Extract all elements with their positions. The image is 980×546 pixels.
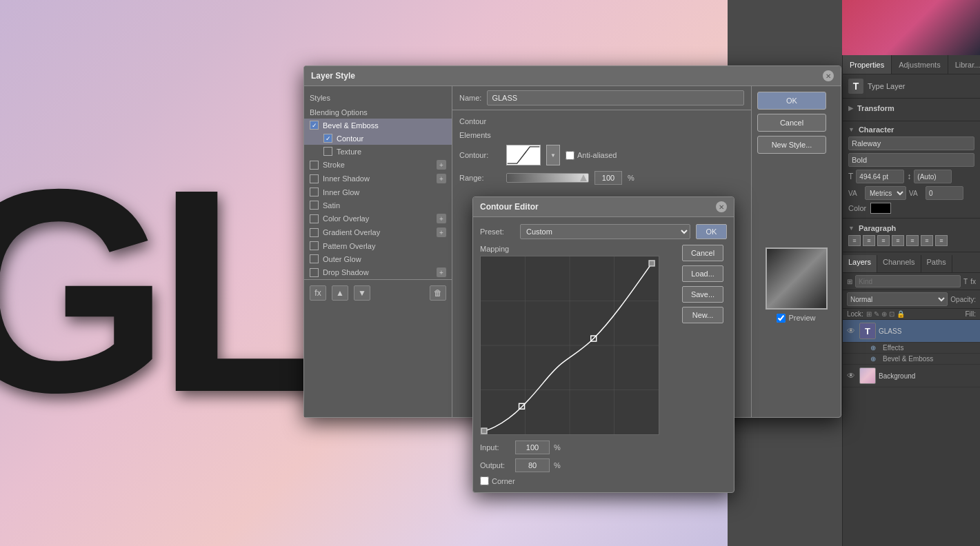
load-btn[interactable]: Load... (682, 265, 723, 282)
lock-artboard-icon[interactable]: ⊡ (889, 310, 894, 318)
lock-all-icon[interactable]: 🔒 (897, 310, 905, 318)
inner-shadow-item[interactable]: Inner Shadow + (304, 172, 452, 185)
corner-row: Corner (480, 476, 677, 485)
transform-section: ▶ Transform (843, 99, 980, 121)
satin-checkbox[interactable] (310, 201, 319, 210)
layers-tab[interactable]: Layers (843, 255, 877, 272)
move-up-btn[interactable]: ▲ (332, 285, 348, 301)
glass-layer-name: GLASS (879, 327, 976, 335)
texture-checkbox[interactable] (323, 147, 332, 156)
color-swatch[interactable] (870, 203, 891, 214)
inner-shadow-checkbox[interactable] (310, 174, 319, 183)
anti-alias-row: Anti-aliased (566, 151, 617, 160)
outer-glow-checkbox[interactable] (310, 254, 319, 263)
output-value-field[interactable] (515, 458, 550, 472)
inner-glow-item[interactable]: Inner Glow (304, 185, 452, 199)
justify-right-btn[interactable]: ≡ (921, 235, 933, 246)
outer-glow-item[interactable]: Outer Glow (304, 252, 452, 265)
preset-select[interactable]: Custom (520, 224, 690, 239)
pattern-overlay-item[interactable]: Pattern Overlay (304, 239, 452, 252)
background-layer-item[interactable]: 👁 Background (843, 365, 980, 387)
contour-sub-item[interactable]: ✓ Contour (304, 132, 452, 145)
tracking-input[interactable] (926, 186, 963, 200)
background-layer-visibility-icon[interactable]: 👁 (847, 371, 857, 381)
delete-style-btn[interactable]: 🗑 (430, 285, 446, 301)
gradient-overlay-checkbox[interactable] (310, 228, 319, 237)
drop-shadow-plus-btn[interactable]: + (437, 267, 446, 277)
drop-shadow-item[interactable]: Drop Shadow + (304, 265, 452, 279)
texture-sub-item[interactable]: Texture (304, 145, 452, 158)
preview-checkbox[interactable] (777, 314, 786, 323)
blend-mode-select[interactable]: Normal (847, 292, 948, 306)
bevel-emboss-item[interactable]: ✓ Bevel & Emboss (304, 119, 452, 132)
font-name-input[interactable] (848, 136, 974, 150)
preview-label: Preview (788, 314, 815, 322)
justify-center-btn[interactable]: ≡ (906, 235, 919, 246)
layers-search-input[interactable] (855, 275, 961, 287)
inner-shadow-plus-btn[interactable]: + (437, 174, 446, 183)
glass-layer-item[interactable]: 👁 T GLASS (843, 320, 980, 343)
tab-library[interactable]: Librar... (948, 55, 980, 74)
bevel-effect-visibility-icon[interactable]: ⊕ (870, 355, 880, 363)
range-slider[interactable] (506, 173, 589, 183)
color-overlay-checkbox[interactable] (310, 214, 319, 223)
save-btn[interactable]: Save... (682, 286, 723, 303)
paths-tab[interactable]: Paths (921, 255, 952, 272)
drop-shadow-checkbox[interactable] (310, 268, 319, 277)
metrics-select[interactable]: Metrics (865, 186, 906, 200)
new-btn[interactable]: New... (682, 307, 723, 323)
paragraph-header[interactable]: ▼ Paragraph (848, 224, 974, 232)
contour-preview-btn[interactable] (506, 145, 541, 165)
align-left-btn[interactable]: ≡ (848, 235, 861, 246)
new-style-button[interactable]: New Style... (757, 136, 826, 154)
channels-tab[interactable]: Channels (877, 255, 921, 272)
anti-alias-checkbox[interactable] (566, 151, 574, 160)
gradient-overlay-plus-btn[interactable]: + (437, 228, 446, 237)
gradient-overlay-item[interactable]: Gradient Overlay + (304, 225, 452, 239)
transform-header[interactable]: ▶ Transform (848, 104, 974, 112)
contour-dropdown-btn[interactable]: ▼ (546, 145, 560, 165)
leading-input[interactable] (914, 170, 952, 183)
search-fx-icon: fx (970, 278, 976, 285)
satin-item[interactable]: Satin (304, 199, 452, 212)
justify-left-btn[interactable]: ≡ (892, 235, 904, 246)
color-overlay-plus-btn[interactable]: + (437, 214, 446, 223)
font-weight-input[interactable] (848, 153, 974, 167)
color-overlay-item[interactable]: Color Overlay + (304, 212, 452, 225)
font-size-input[interactable] (856, 170, 904, 183)
stroke-checkbox[interactable] (310, 161, 319, 170)
tab-properties[interactable]: Properties (843, 55, 892, 74)
lock-transparent-icon[interactable]: ⊞ (866, 310, 872, 318)
range-value-input[interactable] (594, 171, 622, 185)
move-down-btn[interactable]: ▼ (354, 285, 370, 301)
layer-style-titlebar[interactable]: Layer Style ✕ (304, 66, 841, 86)
layer-name-input[interactable] (487, 90, 744, 105)
contour-canvas[interactable] (480, 256, 659, 435)
corner-checkbox[interactable] (480, 476, 489, 485)
contour-editor-close-btn[interactable]: ✕ (716, 201, 727, 212)
cancel-btn[interactable]: Cancel (682, 245, 723, 261)
layer-style-close-btn[interactable]: ✕ (823, 70, 834, 81)
pattern-overlay-checkbox[interactable] (310, 241, 319, 250)
lock-image-icon[interactable]: ✎ (874, 310, 879, 318)
fx-btn[interactable]: fx (310, 285, 326, 301)
blending-options-item[interactable]: Blending Options (304, 106, 452, 119)
stroke-plus-btn[interactable]: + (437, 160, 446, 170)
bevel-emboss-checkbox[interactable]: ✓ (310, 121, 319, 130)
stroke-item[interactable]: Stroke + (304, 158, 452, 172)
effects-visibility-icon[interactable]: ⊕ (870, 344, 880, 352)
input-value-field[interactable] (515, 441, 550, 454)
glass-layer-visibility-icon[interactable]: 👁 (847, 326, 857, 336)
cancel-button[interactable]: Cancel (757, 114, 826, 132)
tab-adjustments[interactable]: Adjustments (892, 55, 948, 74)
justify-all-btn[interactable]: ≡ (935, 235, 948, 246)
contour-editor-ok-btn[interactable]: OK (696, 224, 727, 239)
contour-editor-titlebar[interactable]: Contour Editor ✕ (473, 197, 734, 217)
inner-glow-checkbox[interactable] (310, 188, 319, 196)
lock-position-icon[interactable]: ⊕ (881, 310, 887, 318)
ok-button[interactable]: OK (757, 92, 826, 110)
character-header[interactable]: ▼ Character (848, 125, 974, 134)
contour-checkbox[interactable]: ✓ (323, 134, 332, 143)
align-right-btn[interactable]: ≡ (877, 235, 890, 246)
align-center-btn[interactable]: ≡ (863, 235, 875, 246)
